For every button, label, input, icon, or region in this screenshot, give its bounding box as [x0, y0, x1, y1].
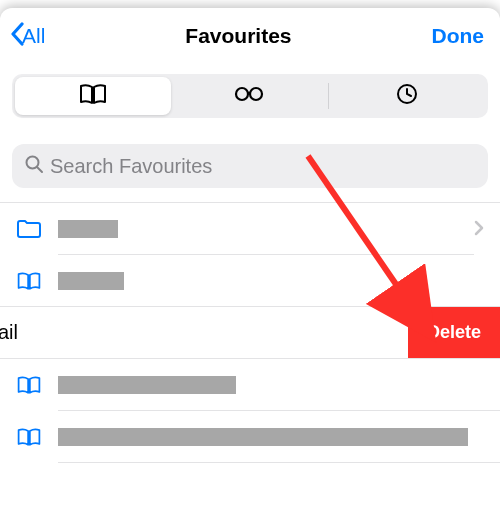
segmented-control — [12, 74, 488, 118]
delete-button[interactable]: Delete — [408, 307, 500, 358]
bookmark-title-fragment: ail — [0, 321, 18, 344]
back-label: All — [22, 24, 45, 48]
done-button[interactable]: Done — [431, 24, 484, 48]
redacted-text — [58, 220, 118, 238]
folder-icon — [16, 218, 48, 240]
search-icon — [24, 154, 44, 178]
list-item[interactable] — [0, 359, 500, 411]
book-icon — [78, 83, 108, 109]
redacted-text — [58, 376, 236, 394]
back-button[interactable]: All — [10, 22, 45, 51]
svg-point-0 — [236, 88, 248, 100]
segment-history[interactable] — [329, 77, 485, 115]
book-icon — [16, 270, 48, 292]
redacted-text — [58, 272, 124, 290]
bookmarks-sheet: All Favourites Done — [0, 8, 500, 508]
search-placeholder: Search Favourites — [50, 155, 212, 178]
svg-point-1 — [250, 88, 262, 100]
search-field[interactable]: Search Favourites — [12, 144, 488, 188]
list-item[interactable] — [0, 203, 500, 255]
book-icon — [16, 426, 48, 448]
list-item[interactable] — [0, 411, 500, 463]
segment-reading-list[interactable] — [171, 77, 327, 115]
segment-bookmarks[interactable] — [15, 77, 171, 115]
glasses-icon — [232, 85, 266, 107]
clock-icon — [395, 82, 419, 110]
book-icon — [16, 374, 48, 396]
list-item[interactable] — [0, 255, 500, 307]
chevron-right-icon — [474, 216, 484, 242]
redacted-text — [58, 428, 468, 446]
page-title: Favourites — [185, 24, 291, 48]
list-item-swiped[interactable]: ail Delete — [0, 307, 500, 359]
bookmarks-list: ail Delete — [0, 202, 500, 463]
nav-bar: All Favourites Done — [0, 8, 500, 60]
